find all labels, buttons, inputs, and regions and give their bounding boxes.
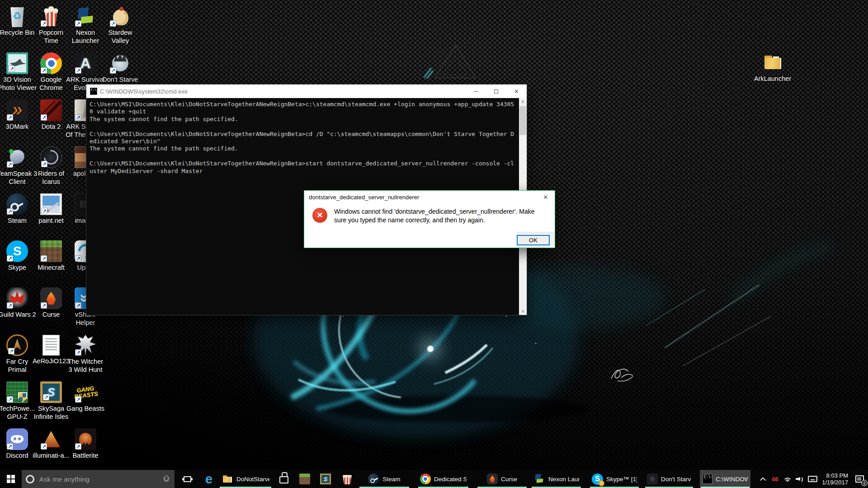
system-tray: 46 8:03 PM1/19/2017 2 xyxy=(757,470,868,488)
error-icon: ✕ xyxy=(312,208,327,223)
desktop-icon-label: Gang Beasts xyxy=(65,404,106,413)
shortcut-arrow-icon: ↗ xyxy=(9,66,15,72)
shortcut-arrow-icon: ↗ xyxy=(41,208,47,214)
shortcut-arrow-icon: ↗ xyxy=(75,443,81,450)
tray-touch-keyboard-button[interactable] xyxy=(806,470,819,488)
paint-net-icon: ↗ xyxy=(40,193,62,215)
cortana-icon xyxy=(26,475,34,483)
wifi-icon xyxy=(783,475,792,483)
tray-show-hidden-icons[interactable] xyxy=(757,470,769,488)
taskbar-curse-button[interactable]: Curse xyxy=(476,470,528,488)
shortcut-arrow-icon: ↗ xyxy=(41,302,47,309)
microphone-icon[interactable] xyxy=(164,475,168,483)
cmd-titlebar[interactable]: C:\_ C:\WINDOWS\system32\cmd.exe ✕ xyxy=(86,84,527,98)
far-cry-primal-icon: ↗ xyxy=(6,334,28,356)
discord-icon: ↗ xyxy=(6,428,28,450)
gang-beasts-icon: ↗ xyxy=(75,381,96,403)
shortcut-arrow-icon: ↗ xyxy=(7,255,13,262)
teamspeak-3-client-icon: ↗ xyxy=(6,146,28,168)
cortana-search-box[interactable]: Ask me anything xyxy=(22,470,175,488)
skysaga-icon xyxy=(320,474,331,484)
recycle-bin-icon xyxy=(6,5,28,27)
cmd-icon: C:\- xyxy=(703,474,712,484)
error-dialog-titlebar[interactable]: dontstarve_dedicated_server_nullrenderer… xyxy=(304,191,555,204)
skysaga-infinite-isles-icon: ↗ xyxy=(40,381,62,403)
taskbar-nexon-launcher-button[interactable]: Nexon Launc... xyxy=(531,470,582,488)
shortcut-arrow-icon: ↗ xyxy=(41,67,47,74)
shortcut-arrow-icon: ↗ xyxy=(110,20,116,27)
shortcut-arrow-icon: ↗ xyxy=(41,114,47,121)
scroll-up-arrow-icon[interactable]: ∧ xyxy=(519,98,527,105)
task-view-button[interactable] xyxy=(177,470,197,488)
taskbar-store-button[interactable] xyxy=(275,470,293,488)
stardew-valley-icon: ↗ xyxy=(109,5,131,27)
desktop-icon-label: Battlerite xyxy=(65,451,106,460)
taskbar-edge-button[interactable] xyxy=(200,470,218,488)
shortcut-arrow-icon: ↗ xyxy=(43,394,49,400)
dont-starve-icon xyxy=(647,474,658,484)
taskbar-cmd-button-active[interactable]: C:\- C:\WINDOW... xyxy=(700,470,750,488)
desktop-icon-the-witcher-3-wild-hunt[interactable]: ↗The Witcher 3 Wild Hunt xyxy=(65,334,106,374)
folder-icon xyxy=(222,473,233,485)
scroll-down-arrow-icon[interactable]: ∨ xyxy=(519,308,527,315)
scrollbar-thumb[interactable] xyxy=(519,106,526,135)
shortcut-arrow-icon: ↗ xyxy=(41,255,47,262)
taskbar-explorer-donotstarve-button[interactable]: DoNotStarve... xyxy=(219,470,272,488)
shortcut-arrow-icon: ↗ xyxy=(75,302,81,309)
maximize-button[interactable] xyxy=(486,84,506,98)
error-dialog-footer: OK xyxy=(517,232,555,248)
taskbar-popcorn-time-button[interactable] xyxy=(338,470,356,488)
store-icon xyxy=(279,476,288,483)
nexon-launcher-icon: ↗ xyxy=(75,5,96,27)
error-dialog-title: dontstarve_dedicated_server_nullrenderer xyxy=(309,194,537,201)
ok-button[interactable]: OK xyxy=(517,235,550,245)
taskbar-steam-button[interactable]: Steam xyxy=(359,470,410,488)
taskbar-skype-button[interactable]: 1 Skype™ [1] - j... xyxy=(589,470,640,488)
skype-unread-badge: 1 xyxy=(599,480,604,486)
taskbar-chrome-dedicated-server-button[interactable]: Dedicated Se... xyxy=(417,470,469,488)
taskbar-minecraft-button[interactable] xyxy=(296,470,314,488)
desktop: Recycle Bin↗Popcorn Time↗Nexon Launcher↗… xyxy=(0,0,868,488)
google-chrome-icon: ↗ xyxy=(40,52,62,74)
chrome-icon xyxy=(420,474,431,484)
riders-of-icarus-icon: ↗ xyxy=(40,146,62,168)
tray-network-button[interactable] xyxy=(781,470,794,488)
steam-icon: ↗ xyxy=(6,193,28,215)
tray-date: 1/19/2017 xyxy=(822,479,848,486)
desktop-icon-stardew-valley[interactable]: ↗Stardew Valley xyxy=(99,5,141,45)
tray-volume-button[interactable] xyxy=(794,470,806,488)
shortcut-arrow-icon: ↗ xyxy=(41,443,47,450)
dialog-close-icon[interactable]: ✕ xyxy=(537,191,555,204)
shortcut-arrow-icon: ↗ xyxy=(7,161,13,168)
taskbar-dont-starve-button[interactable]: Don't Starve ... xyxy=(644,470,694,488)
start-button[interactable] xyxy=(0,470,22,488)
battlerite-icon: ↗ xyxy=(75,428,96,450)
minimize-button[interactable] xyxy=(466,84,486,98)
cmd-app-icon: C:\_ xyxy=(90,88,97,95)
desktop-icon-arklauncher[interactable]: ArkLauncher xyxy=(752,52,793,83)
speaker-icon xyxy=(796,475,804,483)
shortcut-arrow-icon: ↗ xyxy=(75,396,81,403)
ark-survival-evolved-icon: ↗ xyxy=(75,52,96,74)
shortcut-arrow-icon: ↗ xyxy=(7,396,13,403)
curse-icon: ↗ xyxy=(40,287,62,309)
minecraft-icon: ↗ xyxy=(40,240,62,262)
3d-vision-photo-viewer-icon: ↗ xyxy=(6,52,28,74)
tray-afterburner-counter[interactable]: 46 xyxy=(769,470,781,488)
cmd-console-text: C:\Users\MSI\Documents\Klei\DoNotStarveT… xyxy=(90,101,516,175)
windows-logo-icon xyxy=(7,475,15,483)
desktop-icon-battlerite[interactable]: ↗Battlerite xyxy=(65,428,106,460)
popcorn-time-icon xyxy=(343,474,352,484)
curse-icon xyxy=(487,474,498,484)
tray-time: 8:03 PM xyxy=(822,472,848,479)
close-button[interactable]: ✕ xyxy=(506,84,527,98)
shortcut-arrow-icon: ↗ xyxy=(75,67,81,74)
shortcut-arrow-icon: ↗ xyxy=(8,348,14,354)
tray-clock[interactable]: 8:03 PM1/19/2017 xyxy=(819,470,851,488)
action-center-button[interactable]: 2 xyxy=(851,470,868,488)
desktop-icon-dont-starve[interactable]: ↗Don't Starve xyxy=(99,52,141,84)
techpowerup-gpu-z-icon: ↗ xyxy=(6,381,28,403)
steam-icon xyxy=(368,474,379,485)
taskbar-skysaga-button[interactable] xyxy=(316,470,335,488)
desktop-icon-gang-beasts[interactable]: ↗Gang Beasts xyxy=(65,381,106,413)
